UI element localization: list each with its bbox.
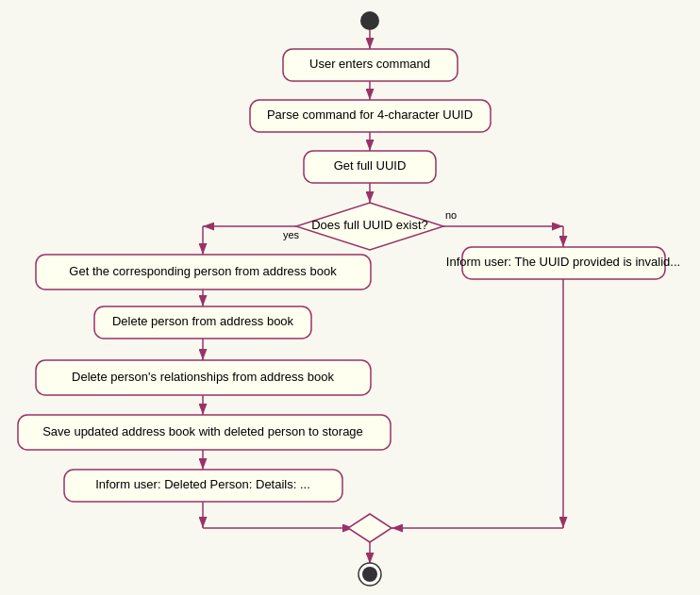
label-no: no: [445, 209, 457, 221]
start-node: [360, 11, 379, 30]
node-parse-label: Parse command for 4-character UUID: [267, 107, 473, 122]
end-inner: [362, 567, 377, 582]
node-fulluuid-label: Get full UUID: [334, 158, 407, 173]
node-merge: [348, 514, 392, 542]
node-informerr-label: Inform user: The UUID provided is invali…: [446, 255, 680, 269]
label-yes: yes: [283, 229, 300, 240]
node-delperson-label: Delete person from address book: [112, 314, 294, 328]
node-delrel-label: Delete person's relationships from addre…: [72, 370, 334, 384]
node-decision-label: Does full UUID exist?: [311, 218, 428, 232]
node-save-label: Save updated address book with deleted p…: [42, 424, 363, 438]
node-cmd-label: User enters command: [309, 57, 430, 71]
node-getperson-label: Get the corresponding person from addres…: [69, 264, 337, 278]
node-informok-label: Inform user: Deleted Person: Details: ..…: [95, 477, 310, 491]
